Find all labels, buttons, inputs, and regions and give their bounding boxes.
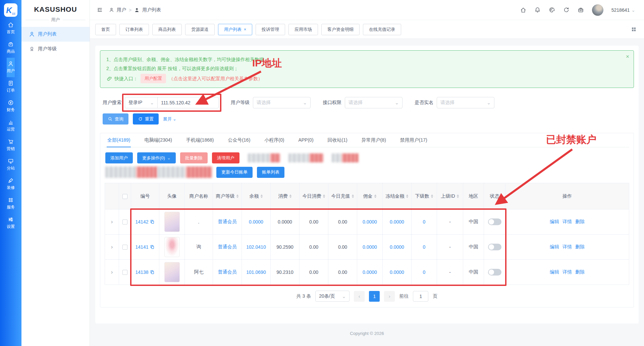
rail-item-设置[interactable]: 设置 [7,213,15,233]
batch-delete-button[interactable]: 批量删除 [180,152,208,163]
rail-item-装修[interactable]: 装修 [7,175,15,194]
user-level-select[interactable]: 请选择⌄ [253,97,311,108]
balance-link[interactable]: 102.0410 [246,244,266,250]
edit-link[interactable]: 编辑 [550,269,559,275]
search-type-select[interactable]: 登录IP ⌄ [125,97,158,108]
row-checkbox[interactable] [122,270,127,275]
user-config-button[interactable]: 用户配置 [141,74,166,83]
status-toggle[interactable] [488,269,501,276]
page-tab-在线充值记录[interactable]: 在线充值记录 [363,24,401,35]
commission-link[interactable]: 0.0000 [363,244,377,250]
column-header-余额[interactable]: 余额▲▼ [242,183,271,209]
sort-icon[interactable]: ▲▼ [289,194,292,198]
status-toggle[interactable] [488,218,501,225]
copy-icon[interactable] [150,219,155,224]
next-page-button[interactable]: › [384,291,395,302]
filter-tab-异常用户(8)[interactable]: 异常用户(8) [361,133,387,147]
filter-tab-禁用用户(17)[interactable]: 禁用用户(17) [399,133,428,147]
page-tab-货源渠道[interactable]: 货源渠道 [185,24,215,35]
current-page-button[interactable]: 1 [369,291,380,302]
column-header-佣金[interactable]: 佣金▲▼ [357,183,383,209]
balance-link[interactable]: 101.0690 [246,269,266,275]
subordinates-link[interactable]: 0 [423,219,426,225]
add-user-button[interactable]: 添加用户 [105,152,133,163]
close-icon[interactable]: × [244,27,246,32]
user-id-link[interactable]: 14142 [136,219,149,225]
clean-users-button[interactable]: 清理用户 [212,152,239,163]
copy-icon[interactable] [150,270,155,275]
subordinates-link[interactable]: 0 [423,244,426,250]
delete-link[interactable]: 删除 [575,244,585,250]
breadcrumb-page[interactable]: 用户列表 [142,7,161,13]
filter-tab-小程序(0)[interactable]: 小程序(0) [264,133,285,147]
balance-link[interactable]: 0.0000 [249,219,263,225]
clear-cache-icon[interactable] [578,7,584,13]
realname-select[interactable]: 请选择⌄ [437,97,494,108]
rail-item-财务[interactable]: 财务 [7,97,15,116]
home-icon[interactable] [520,7,526,13]
rail-item-用户[interactable]: 用户 [7,58,15,77]
filter-tab-电脑端(2304)[interactable]: 电脑端(2304) [144,133,172,147]
user-avatar[interactable] [592,4,603,16]
page-tab-商品列表[interactable]: 商品列表 [152,24,182,35]
breadcrumb-module[interactable]: 用户 [117,7,126,13]
column-header-今日消费[interactable]: 今日消费▲▼ [300,183,328,209]
status-toggle[interactable] [488,244,501,250]
close-icon[interactable]: × [626,54,629,59]
rail-item-商品[interactable]: 商品 [7,38,15,58]
column-header-冻结金额[interactable]: 冻结金额▲▼ [383,183,412,209]
row-expand-chevron[interactable]: › [111,244,113,250]
expand-filters-link[interactable]: 展开⌄ [163,116,176,122]
bill-list-button[interactable]: 账单列表 [257,167,284,178]
column-header-消费[interactable]: 消费▲▼ [271,183,300,209]
rail-item-营销[interactable]: 营销 [7,136,15,155]
user-id-link[interactable]: 14141 [136,244,149,250]
delete-link[interactable]: 删除 [575,269,585,275]
sort-icon[interactable]: ▲▼ [260,194,263,198]
api-permission-select[interactable]: 请选择⌄ [345,97,402,108]
copy-icon[interactable] [150,245,155,249]
more-actions-button[interactable]: 更多操作(0)⌄ [137,152,176,163]
page-size-select[interactable]: 20条/页⌄ [315,291,350,302]
user-menu[interactable]: 5218641⌄ [611,7,635,13]
user-id-link[interactable]: 14138 [136,269,149,275]
column-header-商户等级[interactable]: 商户等级▲▼ [213,183,242,209]
checkbox[interactable] [122,194,127,199]
merchant-level-link[interactable]: 普通会员 [218,219,237,224]
rail-item-分站[interactable]: 分站 [7,155,15,175]
row-expand-chevron[interactable]: › [111,269,113,275]
page-tab-应用市场[interactable]: 应用市场 [288,24,318,35]
detail-link[interactable]: 详情 [562,219,572,225]
filter-tab-手机端(1868)[interactable]: 手机端(1868) [185,133,214,147]
prev-page-button[interactable]: ‹ [354,291,365,302]
merchant-level-link[interactable]: 普通会员 [218,269,237,275]
row-checkbox[interactable] [122,245,127,250]
rail-item-服务[interactable]: 服务 [7,194,15,213]
sort-icon[interactable]: ▲▼ [323,194,325,198]
sort-icon[interactable]: ▲▼ [352,194,354,198]
sort-icon[interactable]: ▲▼ [406,194,409,198]
page-tab-首页[interactable]: 首页 [95,24,116,35]
bell-icon[interactable] [534,7,541,13]
reset-button[interactable]: 重置 [133,113,159,125]
filter-tab-公众号(16)[interactable]: 公众号(16) [227,133,251,147]
sort-icon[interactable]: ▲▼ [374,194,377,198]
update-today-bill-button[interactable]: 更新今日账单 [216,167,253,178]
sidebar-item-用户等级[interactable]: 用户等级 [21,42,90,56]
filter-tab-APP(0)[interactable]: APP(0) [298,133,314,147]
page-tab-客户资金明细[interactable]: 客户资金明细 [321,24,360,35]
goto-page-input[interactable] [413,291,428,302]
merchant-level-link[interactable]: 普通会员 [218,244,237,249]
edit-link[interactable]: 编辑 [550,244,559,250]
sort-icon[interactable]: ▲▼ [431,194,433,198]
sort-icon[interactable]: ▲▼ [457,194,459,198]
sidebar-item-用户列表[interactable]: 用户列表 [21,27,90,42]
delete-link[interactable]: 删除 [575,219,585,225]
page-tab-用户列表[interactable]: 用户列表× [218,24,252,35]
row-checkbox[interactable] [122,219,127,225]
sort-icon[interactable]: ▲▼ [236,194,239,198]
frozen-amount-link[interactable]: 0.0000 [390,219,404,225]
search-ip-input[interactable] [161,100,215,105]
frozen-amount-link[interactable]: 0.0000 [390,269,404,275]
column-header-今日充值[interactable]: 今日充值▲▼ [328,183,357,209]
